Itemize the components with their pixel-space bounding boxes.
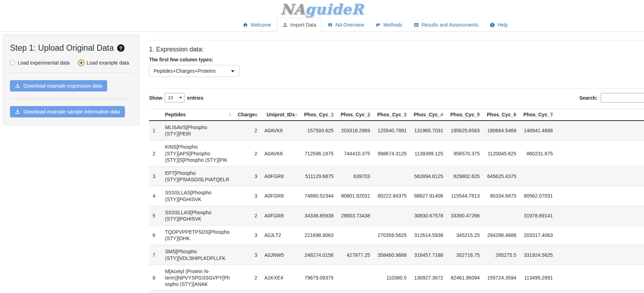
- charges-cell: 3: [234, 166, 261, 186]
- sort-icon: [295, 113, 298, 116]
- filler-cell: [556, 140, 644, 167]
- uniprot-cell: A0AVK6: [261, 121, 301, 140]
- radio-load-example-data[interactable]: Load example data: [79, 60, 129, 66]
- header-phos-cyc-4[interactable]: Phos_Cyc_4: [410, 109, 447, 121]
- sort-icon: [551, 113, 554, 116]
- tab-na-overview[interactable]: NA Overview: [322, 18, 370, 32]
- tab-welcome[interactable]: Welcome: [237, 18, 277, 32]
- uniprot-cell: A0JNW5: [261, 245, 301, 265]
- phos-cyc-5-cell: 82461.96094: [447, 265, 483, 291]
- peptide-cell: TQDPVPPETPSDS[Phospho (STY)]DHK: [161, 226, 234, 245]
- phos-cyc-1-cell: 74890.52344: [301, 186, 337, 206]
- datatable-controls: Show 10 entries Search:: [149, 93, 644, 104]
- peptide-cell: SMS[Phospho (STY)]VDLSHIPLKDPLLFK: [161, 245, 234, 265]
- divider: [149, 88, 644, 89]
- radio-selected-icon: [79, 60, 84, 65]
- header-uniprot-ids[interactable]: Uniprot_IDs: [261, 109, 301, 121]
- phos-cyc-7-cell: 860231.875: [520, 140, 556, 167]
- tab-label: Help: [497, 22, 508, 28]
- header-phos-cyc-2[interactable]: Phos_Cyc_2: [337, 109, 374, 121]
- download-sample-information-button[interactable]: Download example sample information data: [10, 106, 125, 117]
- sort-icon: [514, 113, 517, 116]
- row-number-cell: 7: [149, 245, 161, 265]
- row-number-cell: 2: [149, 140, 161, 167]
- phos-cyc-5-cell: 33390.47266: [447, 206, 483, 225]
- phos-cyc-5-cell: 115544.7813: [447, 186, 483, 206]
- divider: [10, 99, 132, 99]
- tab-methods[interactable]: Methods: [370, 18, 408, 32]
- phos-cyc-2-cell: [337, 226, 374, 245]
- page-length-select[interactable]: 10: [165, 93, 185, 103]
- phos-cyc-3-cell: [374, 166, 410, 186]
- tab-results-and-assessments[interactable]: Results and Assessments: [408, 18, 484, 32]
- question-circle-icon[interactable]: [117, 44, 125, 52]
- filler-cell: [556, 226, 644, 245]
- phos-cyc-4-cell: 312614.5938: [410, 226, 447, 245]
- download-expression-data-button[interactable]: Download example expression data: [10, 80, 107, 92]
- radio-label: Load experimental data: [18, 60, 70, 66]
- phos-cyc-1-cell: 79679.09375: [301, 265, 337, 291]
- sort-icon: [368, 113, 371, 116]
- app-logo: NAguideR: [280, 2, 364, 17]
- sort-icon: [404, 113, 407, 116]
- search-input[interactable]: [601, 93, 644, 103]
- table-row-partial: [149, 291, 644, 293]
- charges-cell: 3: [234, 226, 261, 245]
- upload-panel: Step 1: Upload Original Data Load experi…: [3, 34, 139, 126]
- phos-cyc-6-cell: 284286.4688: [483, 226, 520, 245]
- phos-cyc-1-cell: 34336.85938: [301, 206, 337, 225]
- tab-label: Results and Assessments: [422, 22, 478, 28]
- phos-cyc-3-cell: 110380.5: [374, 265, 410, 291]
- radio-icon: [10, 60, 15, 65]
- button-label: Download example expression data: [23, 83, 102, 89]
- filler-cell: [556, 245, 644, 265]
- import-data-panel: 1. Expression data: The first few column…: [149, 32, 644, 293]
- logo-part-guider: guideR: [305, 1, 364, 17]
- header-phos-cyc-1[interactable]: Phos_Cyc_1: [301, 109, 337, 121]
- header-phos-cyc-6[interactable]: Phos_Cyc_6: [483, 109, 520, 121]
- header-phos-cyc-3[interactable]: Phos_Cyc_3: [374, 109, 410, 121]
- column-types-label: The first few column types:: [149, 57, 644, 62]
- phos-cyc-3-cell: 80222.84375: [374, 186, 410, 206]
- phos-cyc-2-cell: 427877.25: [337, 245, 374, 265]
- phos-cyc-3-cell: 998674.3125: [374, 140, 410, 167]
- download-icon: [15, 83, 20, 89]
- header-phos-cyc-5[interactable]: Phos_Cyc_5: [447, 109, 483, 121]
- header-phos-cyc-7[interactable]: Phos_Cyc_7: [520, 109, 556, 121]
- phos-cyc-2-cell: [337, 265, 374, 291]
- charges-cell: 2: [234, 206, 261, 225]
- phos-cyc-7-cell: 331924.5625: [520, 245, 556, 265]
- phos-cyc-5-cell: 956570.375: [447, 140, 483, 167]
- show-label: Show: [149, 95, 162, 101]
- header-charges[interactable]: Charges: [234, 109, 261, 121]
- gears-icon: [375, 22, 381, 28]
- radio-label: Load example data: [87, 60, 129, 66]
- tab-help[interactable]: Help: [484, 18, 513, 32]
- header-peptides[interactable]: Peptides: [161, 109, 234, 121]
- table-row: 2 KINS[Phospho (STY)]APS[Phospho (STY)]S…: [149, 140, 644, 167]
- entries-label: entries: [187, 95, 203, 101]
- tab-label: Methods: [383, 22, 402, 28]
- data-source-radio-group: Load experimental data Load example data: [10, 60, 132, 66]
- dropdown-selected-value: Peptides+Charges+Proteins: [154, 68, 216, 74]
- charges-cell: 3: [234, 186, 261, 206]
- phos-cyc-7-cell: 148941.4688: [520, 121, 556, 140]
- sort-icon: [255, 113, 258, 116]
- phos-cyc-5-cell: 345215.25: [447, 226, 483, 245]
- uniprot-cell: A0FGR8: [261, 206, 301, 225]
- phos-cyc-1-cell: 157593.625: [301, 121, 337, 140]
- radio-load-experimental-data[interactable]: Load experimental data: [10, 60, 70, 66]
- expression-data-table: Peptides Charges Uniprot_IDs Phos_Cyc_1 …: [149, 109, 644, 293]
- column-types-dropdown[interactable]: Peptides+Charges+Proteins: [149, 65, 240, 77]
- row-number-cell: 5: [149, 206, 161, 225]
- uniprot-cell: A0FGR8: [261, 166, 301, 186]
- tab-import-data[interactable]: Import Data: [277, 18, 322, 32]
- phos-cyc-7-cell: 31978.69141: [520, 206, 556, 225]
- sort-icon: [331, 113, 334, 116]
- table-row: 4 SSSSLLAS[Phospho (STY)]PGHISVK 3 A0FGR…: [149, 186, 644, 206]
- phos-cyc-3-cell: 125540.7891: [374, 121, 410, 140]
- phos-cyc-7-cell: 80562.07031: [520, 186, 556, 206]
- download-icon: [15, 109, 20, 115]
- peptide-cell: SSSSLLAS[Phospho (STY)]PGHISVK: [161, 186, 234, 206]
- page-length-select-wrap: 10: [165, 93, 185, 103]
